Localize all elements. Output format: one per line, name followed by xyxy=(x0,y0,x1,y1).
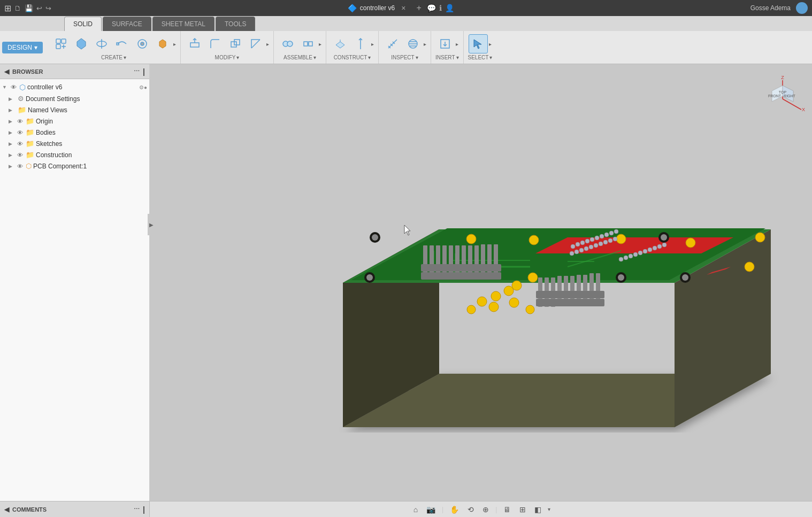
svg-marker-5 xyxy=(77,38,86,49)
panel-expand-handle[interactable]: ▶ xyxy=(148,214,155,235)
visual-style-button[interactable]: ◧ xyxy=(532,504,543,515)
svg-point-136 xyxy=(661,234,667,241)
grid-settings-button[interactable]: ⊞ xyxy=(517,504,528,515)
svg-point-122 xyxy=(662,243,667,247)
svg-point-95 xyxy=(504,286,514,296)
undo-icon[interactable]: ↩ xyxy=(36,4,42,12)
browser-collapse-icon[interactable]: ◀ xyxy=(4,68,9,75)
scale-button[interactable] xyxy=(246,34,265,53)
design-dropdown-button[interactable]: DESIGN ▾ xyxy=(2,42,43,53)
eye-icon[interactable]: 👁 xyxy=(17,118,23,125)
new-component-button[interactable] xyxy=(51,34,71,53)
svg-point-10 xyxy=(141,42,144,45)
insert-more-icon[interactable]: ▸ xyxy=(456,41,458,47)
inspect-chevron-icon[interactable]: ▾ xyxy=(416,55,418,60)
svg-point-114 xyxy=(624,256,628,260)
modify-chevron-icon[interactable]: ▾ xyxy=(236,55,239,60)
zoom-fit-button[interactable]: ⊕ xyxy=(480,504,491,515)
revolve-button[interactable] xyxy=(92,34,111,53)
svg-point-101 xyxy=(467,305,476,314)
visibility-icon[interactable]: 👁 xyxy=(11,84,17,90)
browser-pin-icon[interactable]: | xyxy=(143,67,145,76)
expand-icon: ▶ xyxy=(9,130,16,135)
expand-icon: ▶ xyxy=(9,107,16,113)
tree-item-sketches[interactable]: ▶ 👁 📁 Sketches xyxy=(0,138,149,149)
create-chevron-icon[interactable]: ▾ xyxy=(124,55,126,60)
comments-collapse-icon[interactable]: ◀ xyxy=(4,506,9,513)
plane-button[interactable] xyxy=(331,34,350,53)
toolbar-insert-row: ▸ xyxy=(435,34,458,53)
visual-style-chevron-icon[interactable]: ▾ xyxy=(548,506,550,512)
tree-item-pcb-component[interactable]: ▶ 👁 ⬡ PCB Component:1 xyxy=(0,160,149,172)
create-more-icon[interactable]: ▸ xyxy=(173,41,176,47)
info-icon[interactable]: ℹ xyxy=(439,4,442,12)
tree-item-origin[interactable]: ▶ 👁 📁 Origin xyxy=(0,115,149,127)
construct-chevron-icon[interactable]: ▾ xyxy=(368,55,371,60)
eye-icon[interactable]: 👁 xyxy=(17,141,23,147)
select-button[interactable] xyxy=(469,34,488,53)
comments-options-icon[interactable]: ⋯ xyxy=(134,506,140,513)
svg-text:X: X xyxy=(802,107,805,112)
combine-button[interactable] xyxy=(226,34,245,53)
save-icon[interactable]: 💾 xyxy=(25,4,33,12)
tree-options-icon[interactable]: ⚙ xyxy=(139,84,144,90)
construct-more-icon[interactable]: ▸ xyxy=(371,41,374,47)
main-area: ◀ BROWSER ⋯ | ▼ 👁 ⬡ controller v6 ⚙ ● ▶ … xyxy=(0,64,812,501)
assemble-chevron-icon[interactable]: ▾ xyxy=(313,55,316,60)
tree-item-controller[interactable]: ▼ 👁 ⬡ controller v6 ⚙ ● xyxy=(0,81,149,93)
account-icon[interactable]: 👤 xyxy=(445,4,454,12)
tree-item-construction[interactable]: ▶ 👁 📁 Construction xyxy=(0,149,149,160)
display-settings-button[interactable]: 🖥 xyxy=(501,504,513,515)
tree-item-doc-settings[interactable]: ▶ ⚙ Document Settings xyxy=(0,93,149,104)
eye-icon[interactable]: 👁 xyxy=(17,163,23,169)
freeform-button[interactable] xyxy=(153,34,172,53)
eye-icon[interactable]: 👁 xyxy=(17,129,23,136)
orbit-button[interactable]: ⟲ xyxy=(465,504,476,515)
tab-sheet-metal[interactable]: SHEET METAL xyxy=(152,17,215,31)
assemble-more-icon[interactable]: ▸ xyxy=(319,41,321,47)
redo-icon[interactable]: ↪ xyxy=(45,4,51,12)
axis-button[interactable] xyxy=(351,34,370,53)
svg-marker-22 xyxy=(336,42,344,48)
extrude-button[interactable] xyxy=(72,34,91,53)
app-menu-icon[interactable]: ⊞ xyxy=(4,3,11,13)
tree-label-controller: controller v6 xyxy=(27,83,139,91)
select-more-icon[interactable]: ▸ xyxy=(489,41,492,47)
home-view-button[interactable]: ⌂ xyxy=(411,504,420,515)
new-icon[interactable]: 🗋 xyxy=(14,4,21,12)
svg-point-116 xyxy=(633,252,638,257)
tab-tools[interactable]: TOOLS xyxy=(216,17,255,31)
insert-chevron-icon[interactable]: ▾ xyxy=(456,55,459,60)
close-tab-button[interactable]: × xyxy=(398,3,409,13)
file-title: controller v6 xyxy=(360,4,395,12)
insert-button[interactable] xyxy=(435,34,455,53)
browser-options-icon[interactable]: ⋯ xyxy=(134,68,140,75)
zebra-button[interactable] xyxy=(403,34,423,53)
toolbar-select-row: ▸ xyxy=(469,34,492,53)
chat-icon[interactable]: 💬 xyxy=(427,4,436,12)
inspect-more-icon[interactable]: ▸ xyxy=(424,41,426,47)
pan-button[interactable]: ✋ xyxy=(448,504,461,515)
sweep-button[interactable] xyxy=(112,34,132,53)
press-pull-button[interactable] xyxy=(185,34,204,53)
hole-button[interactable] xyxy=(133,34,152,53)
tab-surface[interactable]: SURFACE xyxy=(103,17,151,31)
tree-item-named-views[interactable]: ▶ 📁 Named Views xyxy=(0,104,149,115)
select-chevron-icon[interactable]: ▾ xyxy=(489,55,492,60)
joint-button[interactable] xyxy=(278,34,297,53)
comments-pin-icon[interactable]: | xyxy=(143,505,145,514)
measure-button[interactable] xyxy=(383,34,402,53)
new-tab-icon[interactable]: + xyxy=(416,3,421,13)
assemble-btn2[interactable] xyxy=(298,34,318,53)
eye-icon[interactable]: 👁 xyxy=(17,152,23,158)
modify-more-icon[interactable]: ▸ xyxy=(266,41,269,47)
fillet-button[interactable] xyxy=(205,34,225,53)
tree-item-bodies[interactable]: ▶ 👁 📁 Bodies xyxy=(0,127,149,138)
svg-text:TOP: TOP xyxy=(779,90,787,94)
svg-point-140 xyxy=(682,274,688,281)
toolbar-create-section: ▸ CREATE ▾ xyxy=(47,31,181,64)
camera-button[interactable]: 📷 xyxy=(424,504,438,515)
tree-more-icon[interactable]: ● xyxy=(144,84,147,90)
tab-solid[interactable]: SOLID xyxy=(64,17,102,31)
pcb-viewport[interactable]: Z X TOP FRONT RIGHT xyxy=(150,64,812,501)
